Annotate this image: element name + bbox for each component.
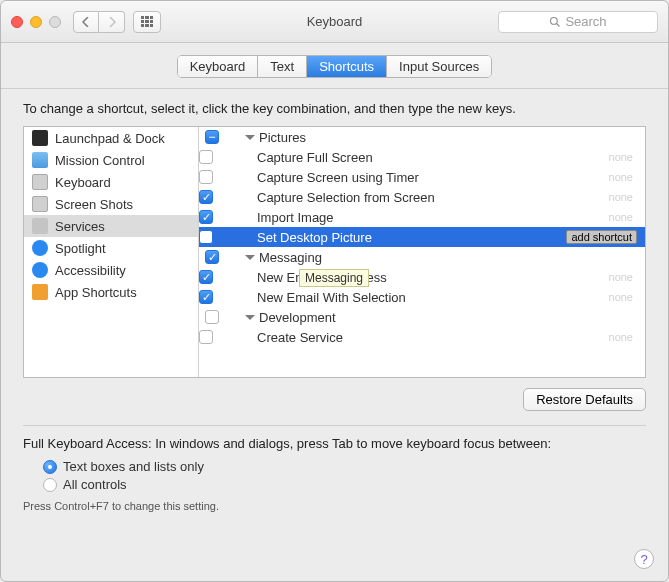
shortcut-row[interactable]: Import Imagenone <box>199 207 645 227</box>
sidebar-item-spotlight[interactable]: Spotlight <box>24 237 198 259</box>
shortcut-row[interactable]: New Email To Addressnone Messaging <box>199 267 645 287</box>
shortcut-label: Capture Selection from Screen <box>257 190 609 205</box>
tab-bar: Keyboard Text Shortcuts Input Sources <box>1 43 668 80</box>
tab-shortcuts[interactable]: Shortcuts <box>307 56 387 77</box>
disclosure-triangle-icon[interactable] <box>245 315 255 320</box>
content: To change a shortcut, select it, click t… <box>1 89 668 512</box>
sidebar-label: App Shortcuts <box>55 285 137 300</box>
app-shortcuts-icon <box>32 284 48 300</box>
shortcut-value[interactable]: none <box>609 191 633 203</box>
checkbox[interactable] <box>199 150 213 164</box>
checkbox[interactable] <box>199 290 213 304</box>
keyboard-access-footnote: Press Control+F7 to change this setting. <box>23 500 646 512</box>
checkbox[interactable] <box>199 170 213 184</box>
keyboard-access-text: Full Keyboard Access: In windows and dia… <box>23 436 646 451</box>
group-label: Pictures <box>259 130 639 145</box>
nav-buttons <box>73 11 125 33</box>
sidebar-item-services[interactable]: Services <box>24 215 198 237</box>
checkbox[interactable] <box>199 330 213 344</box>
sidebar-item-mission-control[interactable]: Mission Control <box>24 149 198 171</box>
sidebar-item-accessibility[interactable]: Accessibility <box>24 259 198 281</box>
shortcut-row[interactable]: Capture Selection from Screennone <box>199 187 645 207</box>
restore-row: Restore Defaults <box>23 388 646 411</box>
instruction-text: To change a shortcut, select it, click t… <box>23 101 646 116</box>
shortcuts-list[interactable]: Pictures Capture Full Screennone Capture… <box>199 127 645 377</box>
shortcut-label: Capture Full Screen <box>257 150 609 165</box>
titlebar: Keyboard Search <box>1 1 668 43</box>
close-button[interactable] <box>11 16 23 28</box>
search-icon <box>549 16 561 28</box>
category-sidebar[interactable]: Launchpad & Dock Mission Control Keyboar… <box>24 127 199 377</box>
restore-defaults-button[interactable]: Restore Defaults <box>523 388 646 411</box>
radio-text-boxes-only[interactable]: Text boxes and lists only <box>43 459 646 474</box>
tab-keyboard[interactable]: Keyboard <box>178 56 259 77</box>
disclosure-triangle-icon[interactable] <box>245 255 255 260</box>
tab-input-sources[interactable]: Input Sources <box>387 56 491 77</box>
sidebar-label: Launchpad & Dock <box>55 131 165 146</box>
group-row-development[interactable]: Development <box>199 307 645 327</box>
shortcut-row[interactable]: Create Servicenone <box>199 327 645 347</box>
grid-icon <box>141 16 153 28</box>
shortcut-value[interactable]: none <box>609 331 633 343</box>
group-row-messaging[interactable]: Messaging <box>199 247 645 267</box>
shortcut-label: Import Image <box>257 210 609 225</box>
forward-button[interactable] <box>99 11 125 33</box>
sidebar-label: Accessibility <box>55 263 126 278</box>
tooltip: Messaging <box>299 269 369 287</box>
divider <box>23 425 646 426</box>
radio-indicator <box>43 460 57 474</box>
help-button[interactable]: ? <box>634 549 654 569</box>
checkbox[interactable] <box>205 310 219 324</box>
disclosure-triangle-icon[interactable] <box>245 135 255 140</box>
launchpad-icon <box>32 130 48 146</box>
add-shortcut-button[interactable]: add shortcut <box>566 230 637 244</box>
checkbox[interactable] <box>199 270 213 284</box>
checkbox[interactable] <box>199 230 213 244</box>
shortcut-value[interactable]: none <box>609 171 633 183</box>
group-label: Messaging <box>259 250 639 265</box>
sidebar-item-keyboard[interactable]: Keyboard <box>24 171 198 193</box>
back-button[interactable] <box>73 11 99 33</box>
tab-text[interactable]: Text <box>258 56 307 77</box>
shortcut-row[interactable]: Capture Full Screennone <box>199 147 645 167</box>
svg-point-0 <box>551 17 558 24</box>
shortcut-label: Capture Screen using Timer <box>257 170 609 185</box>
shortcut-row[interactable]: New Email With Selectionnone <box>199 287 645 307</box>
accessibility-icon <box>32 262 48 278</box>
window-controls <box>11 16 61 28</box>
keyboard-icon <box>32 174 48 190</box>
spotlight-icon <box>32 240 48 256</box>
preferences-window: Keyboard Search Keyboard Text Shortcuts … <box>0 0 669 582</box>
radio-all-controls[interactable]: All controls <box>43 477 646 492</box>
shortcut-row-selected[interactable]: Set Desktop Pictureadd shortcut <box>199 227 645 247</box>
radio-indicator <box>43 478 57 492</box>
shortcut-value[interactable]: none <box>609 151 633 163</box>
sidebar-label: Spotlight <box>55 241 106 256</box>
minimize-button[interactable] <box>30 16 42 28</box>
sidebar-label: Mission Control <box>55 153 145 168</box>
group-row-pictures[interactable]: Pictures <box>199 127 645 147</box>
shortcut-label: Set Desktop Picture <box>257 230 566 245</box>
checkbox[interactable] <box>205 130 219 144</box>
sidebar-label: Screen Shots <box>55 197 133 212</box>
shortcut-value[interactable]: none <box>609 291 633 303</box>
search-field[interactable]: Search <box>498 11 658 33</box>
sidebar-item-app-shortcuts[interactable]: App Shortcuts <box>24 281 198 303</box>
checkbox[interactable] <box>199 210 213 224</box>
shortcut-value[interactable]: none <box>609 271 633 283</box>
checkbox[interactable] <box>205 250 219 264</box>
shortcut-row[interactable]: Capture Screen using Timernone <box>199 167 645 187</box>
sidebar-item-screen-shots[interactable]: Screen Shots <box>24 193 198 215</box>
search-placeholder: Search <box>565 14 606 29</box>
checkbox[interactable] <box>199 190 213 204</box>
services-icon <box>32 218 48 234</box>
shortcut-label: Create Service <box>257 330 609 345</box>
screenshots-icon <box>32 196 48 212</box>
shortcut-panels: Launchpad & Dock Mission Control Keyboar… <box>23 126 646 378</box>
shortcut-value[interactable]: none <box>609 211 633 223</box>
mission-control-icon <box>32 152 48 168</box>
show-all-button[interactable] <box>133 11 161 33</box>
shortcut-label: New Email With Selection <box>257 290 609 305</box>
sidebar-item-launchpad[interactable]: Launchpad & Dock <box>24 127 198 149</box>
svg-line-1 <box>557 23 560 26</box>
